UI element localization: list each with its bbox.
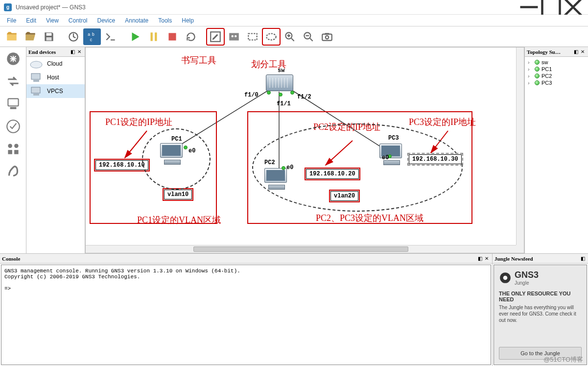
svg-rect-2 — [47, 37, 52, 41]
show-hostnames-button[interactable]: abc — [83, 28, 101, 45]
panel-close-button[interactable]: ✕ — [76, 49, 83, 55]
new-project-button[interactable] — [3, 28, 21, 45]
svg-rect-1 — [47, 33, 52, 35]
canvas-vertical-scrollbar[interactable] — [516, 48, 524, 245]
console-output[interactable]: GNS3 management console. Running GNS3 ve… — [1, 265, 491, 365]
console-all-button[interactable] — [102, 28, 119, 45]
topology-label: PC1 — [541, 66, 552, 72]
save-project-button[interactable] — [40, 28, 58, 45]
topology-item-pc2[interactable]: ›PC2 — [527, 73, 586, 79]
canvas-horizontal-scrollbar[interactable] — [86, 245, 516, 253]
device-item-cloud[interactable]: Cloud — [26, 57, 85, 71]
panel-undock-button[interactable]: ◧ — [572, 49, 579, 55]
topology-item-pc1[interactable]: ›PC1 — [527, 66, 586, 73]
annotate-tool-button[interactable] — [207, 28, 224, 45]
switch-label: sw — [278, 67, 284, 74]
menu-help[interactable]: Help — [177, 16, 199, 25]
topology-item-pc3[interactable]: ›PC3 — [527, 79, 586, 86]
panel-undock-button[interactable]: ◧ — [69, 49, 76, 55]
svg-point-13 — [235, 35, 236, 37]
panel-undock-button[interactable]: ◧ — [476, 255, 483, 262]
port-dot — [279, 93, 282, 97]
jungle-panel: Jungle Newsfeed ◧ GNS3 Jungle THE ONLY R… — [493, 254, 588, 366]
pause-all-button[interactable] — [145, 28, 163, 45]
svg-point-41 — [503, 276, 508, 280]
draw-rectangle-button[interactable] — [244, 28, 261, 45]
topology-item-sw[interactable]: ›sw — [527, 59, 586, 66]
pc2-node[interactable] — [264, 168, 289, 190]
switch-node[interactable] — [266, 74, 293, 91]
svg-rect-8 — [155, 32, 157, 41]
menu-file[interactable]: File — [2, 16, 21, 25]
svg-rect-7 — [151, 32, 153, 41]
topology-label: sw — [541, 59, 548, 65]
close-button[interactable] — [562, 0, 584, 15]
menu-annotate[interactable]: Annotate — [120, 16, 153, 25]
panel-close-button[interactable]: ✕ — [579, 49, 586, 55]
console-header: Console ◧ ✕ — [0, 254, 492, 264]
port-dot — [267, 91, 271, 95]
topology-canvas[interactable]: 书写工具 划分工具 sw f1/0 f1/1 f1/2 PC1设定的IP地址 P… — [85, 47, 524, 253]
insert-image-button[interactable] — [225, 28, 243, 45]
device-label: VPCS — [47, 88, 63, 95]
topology-title: Topology Su… — [527, 49, 572, 55]
stop-all-button[interactable] — [164, 28, 181, 45]
svg-rect-20 — [325, 33, 329, 34]
open-project-button[interactable] — [22, 28, 39, 45]
start-all-button[interactable] — [126, 28, 144, 45]
svg-rect-22 — [8, 98, 18, 106]
vlan10-box[interactable]: vlan10 — [164, 190, 192, 199]
end-devices-category-button[interactable] — [2, 94, 24, 114]
refresh-button[interactable] — [182, 28, 200, 45]
svg-rect-32 — [31, 87, 40, 93]
device-item-vpcs[interactable]: VPCS — [26, 84, 85, 98]
svg-rect-11 — [229, 33, 239, 40]
console-panel: Console ◧ ✕ GNS3 management console. Run… — [0, 254, 493, 366]
device-label: Cloud — [47, 60, 62, 67]
menu-device[interactable]: Device — [93, 16, 120, 25]
pc2-ip-box[interactable]: 192.168.10.20 — [306, 169, 359, 179]
panel-close-button[interactable]: ✕ — [483, 255, 490, 262]
device-item-host[interactable]: Host — [26, 71, 85, 84]
pc3-label: PC3 — [388, 135, 399, 142]
pc1-ip-box[interactable]: 192.168.10.10 — [95, 160, 148, 170]
svg-point-25 — [8, 144, 12, 148]
end-devices-panel: End devices ◧ ✕ Cloud Host VPCS — [26, 47, 85, 253]
menu-tools[interactable]: Tools — [153, 16, 177, 25]
zoom-in-button[interactable] — [281, 28, 299, 45]
topology-label: PC2 — [541, 73, 552, 79]
vlan10-ellipse[interactable] — [142, 128, 211, 190]
svg-point-29 — [30, 61, 42, 68]
port-dot — [282, 166, 285, 170]
menu-edit[interactable]: Edit — [21, 16, 41, 25]
routers-category-button[interactable] — [2, 49, 24, 69]
add-link-button[interactable] — [2, 162, 24, 181]
screenshot-button[interactable] — [318, 28, 336, 45]
vlan20-box[interactable]: vlan20 — [330, 191, 358, 201]
menu-view[interactable]: View — [41, 16, 64, 25]
switches-category-button[interactable] — [2, 72, 24, 91]
zoom-out-button[interactable] — [300, 28, 317, 45]
svg-rect-23 — [10, 107, 16, 109]
minimize-button[interactable] — [518, 0, 540, 15]
port-label-f12: f1/2 — [297, 94, 311, 100]
menu-control[interactable]: Control — [64, 16, 93, 25]
cloud-icon — [29, 59, 43, 69]
pc3-ip-box[interactable]: 192.168.10.30 — [409, 154, 462, 164]
reload-button[interactable] — [65, 28, 82, 45]
end-devices-title: End devices — [28, 49, 69, 55]
menubar: File Edit View Control Device Annotate T… — [0, 15, 588, 26]
panel-undock-button[interactable]: ◧ — [579, 255, 586, 262]
port-label-f10: f1/0 — [244, 92, 259, 98]
port-dot — [290, 91, 294, 95]
draw-ellipse-button[interactable] — [262, 28, 280, 45]
topology-panel: Topology Su… ◧ ✕ ›sw ›PC1 ›PC2 ›PC3 — [524, 47, 588, 253]
svg-rect-27 — [8, 150, 12, 154]
all-devices-category-button[interactable] — [2, 139, 24, 159]
console-title: Console — [2, 256, 476, 262]
jungle-title: Jungle Newsfeed — [494, 256, 579, 262]
maximize-button[interactable] — [540, 0, 562, 15]
topology-label: PC3 — [541, 80, 552, 86]
gns3-logo-icon — [499, 271, 512, 284]
security-devices-category-button[interactable] — [2, 117, 24, 136]
